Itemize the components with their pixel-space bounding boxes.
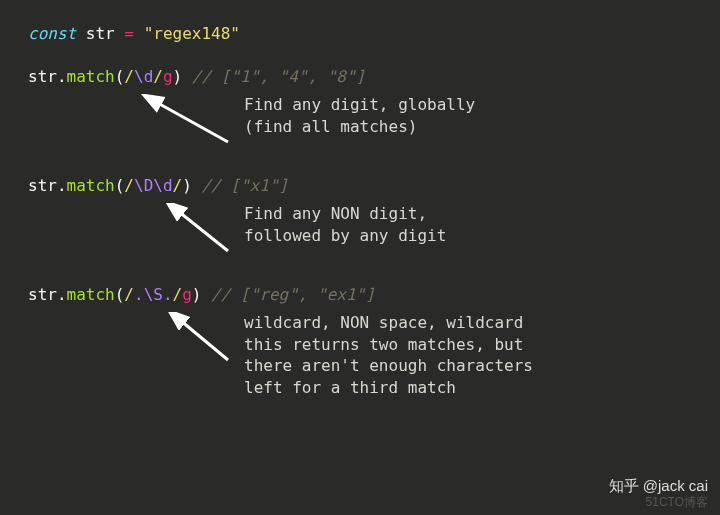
paren-open: ( [115,67,125,86]
var-name: str [86,24,115,43]
example-2: str.match(/\D\d/) // ["x1"] Find any NON… [28,176,720,263]
dot: . [57,176,67,195]
watermark-line-1: 知乎 @jack cai [609,477,708,495]
arrow-icon [28,203,238,263]
svg-line-2 [180,320,228,360]
regex-open: / [124,176,134,195]
method: match [67,176,115,195]
regex-flag: g [182,285,192,304]
method: match [67,67,115,86]
regex-close: / [153,67,163,86]
paren-open: ( [115,176,125,195]
code-declaration: const str = "regex148" [28,24,720,43]
explanation-1: Find any digit, globally (find all match… [244,94,475,137]
arrow-icon [28,94,238,154]
comment: // ["x1"] [201,176,288,195]
paren-close: ) [182,176,192,195]
explanation-2: Find any NON digit, followed by any digi… [244,203,446,246]
regex-token: \S [144,285,163,304]
watermark: 知乎 @jack cai 51CTO博客 [609,477,708,509]
regex-token: \d [134,67,153,86]
arrow-icon [28,312,238,372]
dot: . [57,67,67,86]
regex-open: / [124,285,134,304]
regex-token: . [134,285,144,304]
svg-line-0 [156,102,228,142]
paren-close: ) [173,67,183,86]
operator-eq: = [124,24,134,43]
paren-open: ( [115,285,125,304]
obj: str [28,176,57,195]
obj: str [28,285,57,304]
explanation-3: wildcard, NON space, wildcard this retur… [244,312,533,398]
string-literal: "regex148" [144,24,240,43]
example-3: str.match(/.\S./g) // ["reg", "ex1"] wil… [28,285,720,398]
watermark-line-2: 51CTO博客 [609,495,708,509]
keyword-const: const [28,24,76,43]
regex-close: / [173,285,183,304]
paren-close: ) [192,285,202,304]
code-line-1: str.match(/\d/g) // ["1", "4", "8"] [28,67,720,86]
dot: . [57,285,67,304]
comment: // ["reg", "ex1"] [211,285,375,304]
code-line-2: str.match(/\D\d/) // ["x1"] [28,176,720,195]
regex-flag: g [163,67,173,86]
regex-token: \d [153,176,172,195]
obj: str [28,67,57,86]
svg-line-1 [178,211,228,251]
code-line-3: str.match(/.\S./g) // ["reg", "ex1"] [28,285,720,304]
example-1: str.match(/\d/g) // ["1", "4", "8"] Find… [28,67,720,154]
regex-open: / [124,67,134,86]
regex-token: \D [134,176,153,195]
method: match [67,285,115,304]
regex-close: / [173,176,183,195]
comment: // ["1", "4", "8"] [192,67,365,86]
regex-token: . [163,285,173,304]
